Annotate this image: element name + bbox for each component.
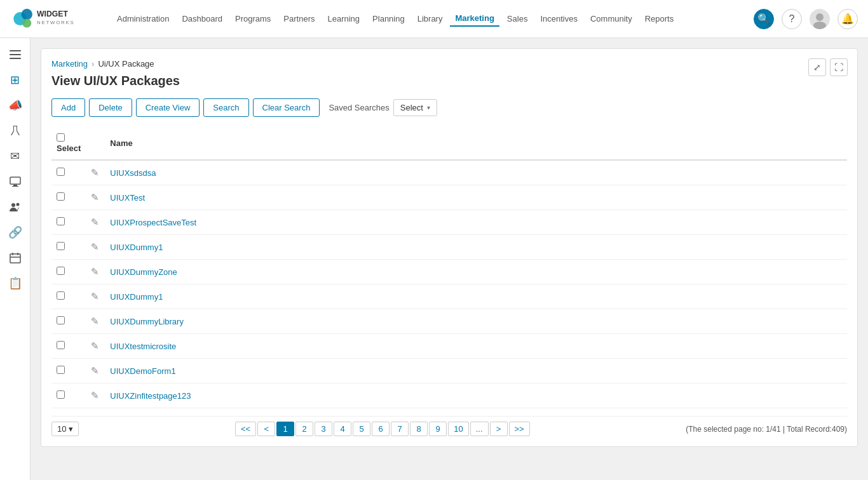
row-link-5[interactable]: UIUXDummy1 — [110, 292, 163, 302]
page-title: View UI/UX Packages — [51, 74, 847, 88]
nav-library[interactable]: Library — [412, 11, 448, 26]
sidebar-link-icon[interactable]: 🔗 — [4, 221, 27, 244]
row-checkbox-9[interactable] — [57, 390, 65, 399]
avatar[interactable] — [810, 9, 830, 29]
edit-icon-3[interactable]: ✎ — [91, 241, 99, 252]
page-btn-7[interactable]: 7 — [391, 422, 409, 436]
edit-icon-5[interactable]: ✎ — [91, 291, 99, 302]
sidebar-calendar-icon[interactable] — [4, 246, 27, 269]
page-btn->>[interactable]: >> — [509, 422, 530, 436]
row-checkbox-7[interactable] — [57, 341, 65, 349]
row-link-1[interactable]: UIUXTest — [110, 193, 145, 203]
page-size-dropdown[interactable]: 10 ▾ — [51, 422, 79, 436]
nav-marketing[interactable]: Marketing — [450, 11, 499, 27]
svg-point-6 — [813, 22, 826, 29]
row-checkbox-3[interactable] — [57, 242, 65, 250]
nav-community[interactable]: Community — [585, 11, 637, 26]
edit-icon-8[interactable]: ✎ — [91, 365, 99, 376]
page-btn-3[interactable]: 3 — [315, 422, 332, 436]
breadcrumb-marketing[interactable]: Marketing — [51, 59, 88, 69]
nav-incentives[interactable]: Incentives — [535, 11, 583, 26]
page-btn-1[interactable]: 1 — [276, 422, 294, 436]
page-btn->[interactable]: > — [490, 422, 508, 436]
svg-text:NETWORKS: NETWORKS — [37, 20, 74, 25]
sidebar-clipboard-icon[interactable]: 📋 — [4, 272, 27, 295]
page-btn-10[interactable]: 10 — [448, 422, 468, 436]
row-checkbox-6[interactable] — [57, 316, 65, 324]
sidebar-email-icon[interactable]: ✉ — [4, 145, 27, 168]
sidebar-users-icon[interactable] — [4, 196, 27, 218]
row-link-4[interactable]: UIUXDummyZone — [110, 267, 177, 277]
table-row: ✎ UIUXDummy1 — [51, 235, 847, 260]
row-checkbox-2[interactable] — [57, 217, 65, 225]
edit-icon-1[interactable]: ✎ — [91, 192, 99, 203]
row-link-8[interactable]: UIUXDemoForm1 — [110, 366, 175, 376]
page-btn-2[interactable]: 2 — [295, 422, 313, 436]
svg-point-5 — [816, 13, 824, 21]
row-checkbox-1[interactable] — [57, 192, 65, 201]
left-sidebar: ⊞ 📣 ✉ 🔗 📋 — [0, 38, 31, 480]
panel-controls: ⤢ ⛶ — [808, 58, 848, 76]
edit-icon-9[interactable]: ✎ — [91, 390, 99, 401]
saved-searches-select[interactable]: Select ▾ — [393, 99, 437, 116]
sidebar-flask-icon[interactable] — [4, 119, 27, 142]
pagination-bar: 10 ▾ <<<12345678910...>>> (The selected … — [51, 416, 847, 436]
edit-icon-6[interactable]: ✎ — [91, 316, 99, 326]
row-edit-cell: ✎ — [86, 334, 105, 359]
page-btn-5[interactable]: 5 — [353, 422, 370, 436]
nav-administration[interactable]: Administration — [112, 11, 174, 26]
nav-learning[interactable]: Learning — [322, 11, 365, 26]
svg-rect-7 — [10, 177, 20, 184]
page-btn-<<[interactable]: << — [235, 422, 256, 436]
nav-dashboard[interactable]: Dashboard — [177, 11, 227, 26]
edit-icon-0[interactable]: ✎ — [91, 167, 99, 178]
row-link-2[interactable]: UIUXProspectSaveTest — [110, 218, 196, 227]
table-header-name: Name — [105, 127, 847, 160]
svg-point-11 — [16, 203, 19, 206]
search-nav-button[interactable]: 🔍 — [754, 9, 774, 29]
row-checkbox-4[interactable] — [57, 267, 65, 275]
nav-reports[interactable]: Reports — [640, 11, 679, 26]
row-edit-cell: ✎ — [86, 383, 105, 408]
add-button[interactable]: Add — [51, 98, 85, 117]
page-btn-6[interactable]: 6 — [372, 422, 390, 436]
row-link-0[interactable]: UIUXsdsdsa — [110, 168, 156, 178]
nav-programs[interactable]: Programs — [230, 11, 276, 26]
row-edit-cell: ✎ — [86, 309, 105, 334]
svg-text:WIDGET: WIDGET — [37, 10, 69, 18]
nav-planning[interactable]: Planning — [367, 11, 410, 26]
create-view-button[interactable]: Create View — [136, 98, 200, 117]
svg-point-2 — [22, 18, 31, 27]
row-checkbox-8[interactable] — [57, 366, 65, 374]
row-link-6[interactable]: UIUXDummyLibrary — [110, 317, 184, 326]
select-all-checkbox[interactable] — [57, 133, 65, 142]
delete-button[interactable]: Delete — [89, 98, 132, 117]
notification-bell-button[interactable]: 🔔 — [837, 9, 858, 29]
edit-icon-2[interactable]: ✎ — [91, 217, 99, 227]
sidebar-menu-icon[interactable] — [4, 43, 27, 66]
help-button[interactable]: ? — [782, 9, 802, 29]
clear-search-button[interactable]: Clear Search — [253, 98, 320, 117]
page-btn-<[interactable]: < — [257, 422, 275, 436]
row-edit-cell: ✎ — [86, 210, 105, 235]
nav-partners[interactable]: Partners — [278, 11, 320, 26]
page-btn-9[interactable]: 9 — [429, 422, 447, 436]
search-button[interactable]: Search — [203, 98, 248, 117]
edit-icon-7[interactable]: ✎ — [91, 340, 99, 351]
expand-panel-button[interactable]: ⛶ — [830, 58, 848, 76]
minimize-panel-button[interactable]: ⤢ — [808, 58, 826, 76]
edit-icon-4[interactable]: ✎ — [91, 266, 99, 277]
row-checkbox-0[interactable] — [57, 168, 65, 176]
row-link-7[interactable]: UIUXtestmicrosite — [110, 342, 176, 351]
row-checkbox-5[interactable] — [57, 291, 65, 300]
nav-sales[interactable]: Sales — [502, 11, 533, 26]
row-name-cell: UIUXDemoForm1 — [105, 359, 847, 383]
row-link-9[interactable]: UIUXZinfitestpage123 — [110, 391, 191, 401]
row-link-3[interactable]: UIUXDummy1 — [110, 243, 163, 252]
sidebar-monitor-icon[interactable] — [4, 170, 27, 193]
page-btn-4[interactable]: 4 — [334, 422, 351, 436]
sidebar-grid-icon[interactable]: ⊞ — [4, 69, 27, 91]
page-btn-8[interactable]: 8 — [410, 422, 428, 436]
sidebar-megaphone-icon[interactable]: 📣 — [4, 94, 27, 117]
page-btn-...[interactable]: ... — [470, 422, 489, 436]
